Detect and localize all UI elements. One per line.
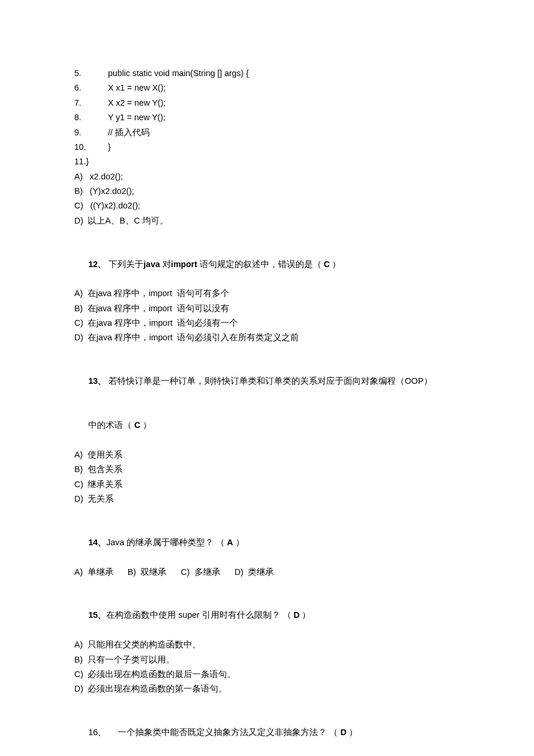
code-line: 10. } [74,140,460,154]
question-14: 14、Java 的继承属于哪种类型？ （ A ） A) 单继承 B) 双继承 C… [74,521,460,580]
question-12: 12、 下列关于java 对import 语句规定的叙述中，错误的是（ C ） … [74,242,460,345]
answer: D [341,728,347,737]
question-stem: 12、 下列关于java 对import 语句规定的叙述中，错误的是（ C ） [74,242,460,286]
code-line-num: 6. [74,81,108,95]
option: B) 包含关系 [74,462,460,477]
question-number: 15、 [88,610,106,620]
option: D) 在java 程序中，import 语句必须引入在所有类定义之前 [74,330,460,345]
question-number: 13、 [88,376,106,386]
option: D) 以上A、B、C 均可。 [74,214,460,228]
option: C) 在java 程序中，import 语句必须有一个 [74,316,460,330]
answer: D [294,610,300,620]
option: C) 继承关系 [74,477,460,492]
question-13: 13、 若特快订单是一种订单，则特快订单类和订单类的关系对应于面向对象编程（OO… [74,359,460,507]
question-15: 15、在构造函数中使用 super 引用时有什么限制？ （ D ） A) 只能用… [74,593,460,697]
answer: C [134,420,140,430]
option: D) 必须出现在构造函数的第一条语句。 [74,682,460,696]
code-line-text: public static void main(String [] args) … [108,66,249,81]
code-line-num: 8. [74,110,108,125]
code-line: 11.} [74,154,460,169]
option: A) x2.do2(); [74,170,460,184]
code-line-num: 10. [74,140,108,154]
code-line-text: // 插入代码 [108,125,150,140]
question-number: 16、 [88,728,106,737]
code-line-num: 11.} [74,154,108,169]
question-stem: 15、在构造函数中使用 super 引用时有什么限制？ （ D ） [74,593,460,638]
question-stem: 16、 一个抽象类中能否既定义抽象方法又定义非抽象方法？ （ D ） [74,711,460,755]
option: A) 使用关系 [74,448,460,462]
question-number: 14、 [88,538,106,547]
code-line-text: X x1 = new X(); [108,81,166,95]
option: B) (Y)x2.do2(); [74,184,460,199]
code-line-text: Y y1 = new Y(); [108,110,165,125]
option: C) ((Y)x2).do2(); [74,199,460,213]
code-line-num: 5. [74,66,108,81]
options-inline: A) 单继承 B) 双继承 C) 多继承 D) 类继承 [74,565,460,579]
option: A) 只能用在父类的构造函数中。 [74,638,460,652]
code-line-num: 7. [74,96,108,110]
code-line: 9. // 插入代码 [74,125,460,140]
page: 5. public static void main(String [] arg… [0,0,534,756]
question-stem-cont: 中的术语（ C ） [74,404,460,448]
option: C) 必须出现在构造函数的最后一条语句。 [74,667,460,682]
option: D) 无关系 [74,492,460,506]
question-16: 16、 一个抽象类中能否既定义抽象方法又定义非抽象方法？ （ D ） A) 不能… [74,711,460,756]
option: B) 只有一个子类可以用。 [74,653,460,667]
option: B) 在java 程序中，import 语句可以没有 [74,301,460,316]
code-line-text: } [108,140,111,154]
code-line: 7. X x2 = new Y(); [74,96,460,110]
question-number: 12、 [88,260,106,269]
answer: C [324,260,330,269]
code-block: 5. public static void main(String [] arg… [74,66,460,228]
answer: A [227,538,233,547]
code-line-text: X x2 = new Y(); [108,96,165,110]
question-stem: 14、Java 的继承属于哪种类型？ （ A ） [74,521,460,565]
question-stem: 13、 若特快订单是一种订单，则特快订单类和订单类的关系对应于面向对象编程（OO… [74,359,460,404]
code-line: 5. public static void main(String [] arg… [74,66,460,81]
code-line: 6. X x1 = new X(); [74,81,460,95]
option: A) 在java 程序中，import 语句可有多个 [74,286,460,301]
code-line: 8. Y y1 = new Y(); [74,110,460,125]
code-line-num: 9. [74,125,108,140]
